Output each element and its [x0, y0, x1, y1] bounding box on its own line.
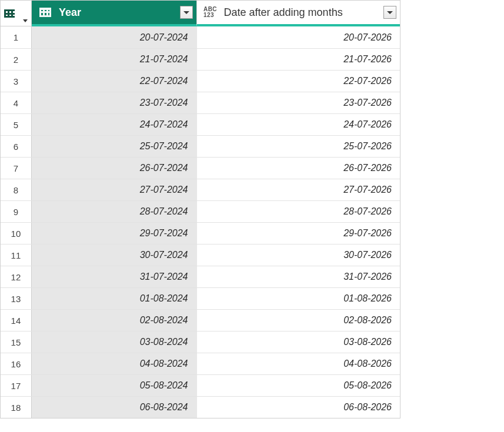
row-number[interactable]: 14 — [1, 310, 32, 331]
row-number[interactable]: 8 — [1, 179, 32, 200]
cell-year[interactable]: 20-07-2024 — [32, 26, 197, 48]
cell-date-after-adding-months[interactable]: 26-07-2026 — [197, 158, 400, 179]
cell-date-after-adding-months[interactable]: 31-07-2026 — [197, 266, 400, 287]
column-filter-button[interactable] — [383, 6, 396, 19]
row-number[interactable]: 9 — [1, 201, 32, 222]
cell-date-after-adding-months[interactable]: 29-07-2026 — [197, 223, 400, 244]
table-icon — [4, 9, 15, 18]
table-row[interactable]: 524-07-202424-07-2026 — [1, 113, 400, 135]
cell-year[interactable]: 21-07-2024 — [32, 49, 197, 70]
cell-year[interactable]: 27-07-2024 — [32, 179, 197, 200]
cell-date-after-adding-months[interactable]: 25-07-2026 — [197, 136, 400, 157]
cell-date-after-adding-months[interactable]: 02-08-2026 — [197, 310, 400, 331]
cell-year[interactable]: 04-08-2024 — [32, 353, 197, 374]
cell-date-after-adding-months[interactable]: 04-08-2026 — [197, 353, 400, 374]
table-row[interactable]: 221-07-202421-07-2026 — [1, 48, 400, 70]
table-row[interactable]: 625-07-202425-07-2026 — [1, 135, 400, 157]
row-number[interactable]: 2 — [1, 49, 32, 70]
cell-date-after-adding-months[interactable]: 03-08-2026 — [197, 331, 400, 353]
cell-year[interactable]: 02-08-2024 — [32, 310, 197, 331]
table-row[interactable]: 423-07-202423-07-2026 — [1, 92, 400, 113]
cell-year[interactable]: 23-07-2024 — [32, 92, 197, 113]
chevron-down-icon — [387, 11, 393, 14]
cell-date-after-adding-months[interactable]: 30-07-2026 — [197, 245, 400, 266]
row-number[interactable]: 6 — [1, 136, 32, 157]
table-row[interactable]: 1806-08-202406-08-2026 — [1, 396, 400, 418]
table-row[interactable]: 1231-07-202431-07-2026 — [1, 266, 400, 287]
column-filter-button[interactable] — [180, 6, 193, 19]
chevron-down-icon — [183, 11, 189, 14]
cell-date-after-adding-months[interactable]: 01-08-2026 — [197, 288, 400, 309]
row-number[interactable]: 13 — [1, 288, 32, 309]
date-type-icon[interactable] — [36, 5, 54, 20]
column-header-date-after-adding-months[interactable]: ABC 123 Date after adding months — [197, 1, 400, 26]
row-number[interactable]: 10 — [1, 223, 32, 244]
cell-year[interactable]: 28-07-2024 — [32, 201, 197, 222]
table-row[interactable]: 120-07-202420-07-2026 — [1, 26, 400, 48]
table-row[interactable]: 1604-08-202404-08-2026 — [1, 353, 400, 374]
table-row[interactable]: 1130-07-202430-07-2026 — [1, 244, 400, 266]
table-body: 120-07-202420-07-2026221-07-202421-07-20… — [1, 26, 400, 418]
cell-date-after-adding-months[interactable]: 22-07-2026 — [197, 71, 400, 92]
table-row[interactable]: 827-07-202427-07-2026 — [1, 179, 400, 200]
data-table: Year ABC 123 Date after adding months 12… — [0, 0, 400, 418]
table-row[interactable]: 1503-08-202403-08-2026 — [1, 331, 400, 353]
row-number[interactable]: 5 — [1, 114, 32, 135]
cell-year[interactable]: 05-08-2024 — [32, 375, 197, 396]
row-number[interactable]: 3 — [1, 71, 32, 92]
row-number[interactable]: 15 — [1, 331, 32, 353]
cell-date-after-adding-months[interactable]: 06-08-2026 — [197, 397, 400, 418]
cell-year[interactable]: 24-07-2024 — [32, 114, 197, 135]
row-number[interactable]: 4 — [1, 92, 32, 113]
cell-year[interactable]: 22-07-2024 — [32, 71, 197, 92]
table-row[interactable]: 322-07-202422-07-2026 — [1, 70, 400, 92]
cell-date-after-adding-months[interactable]: 05-08-2026 — [197, 375, 400, 396]
row-number[interactable]: 11 — [1, 245, 32, 266]
table-row[interactable]: 1029-07-202429-07-2026 — [1, 222, 400, 244]
cell-year[interactable]: 01-08-2024 — [32, 288, 197, 309]
cell-date-after-adding-months[interactable]: 27-07-2026 — [197, 179, 400, 200]
cell-date-after-adding-months[interactable]: 21-07-2026 — [197, 49, 400, 70]
header-row: Year ABC 123 Date after adding months — [1, 1, 400, 26]
table-row[interactable]: 726-07-202426-07-2026 — [1, 157, 400, 179]
column-header-year[interactable]: Year — [32, 1, 197, 26]
cell-date-after-adding-months[interactable]: 24-07-2026 — [197, 114, 400, 135]
table-row[interactable]: 1402-08-202402-08-2026 — [1, 309, 400, 331]
cell-year[interactable]: 03-08-2024 — [32, 331, 197, 353]
cell-date-after-adding-months[interactable]: 28-07-2026 — [197, 201, 400, 222]
cell-date-after-adding-months[interactable]: 23-07-2026 — [197, 92, 400, 113]
row-number[interactable]: 7 — [1, 158, 32, 179]
row-number[interactable]: 17 — [1, 375, 32, 396]
row-number-header[interactable] — [1, 1, 32, 26]
column-label: Date after adding months — [224, 6, 379, 19]
row-number[interactable]: 1 — [1, 26, 32, 48]
column-label: Year — [59, 6, 175, 19]
row-number[interactable]: 18 — [1, 397, 32, 418]
cell-year[interactable]: 25-07-2024 — [32, 136, 197, 157]
table-row[interactable]: 928-07-202428-07-2026 — [1, 200, 400, 222]
cell-year[interactable]: 06-08-2024 — [32, 397, 197, 418]
cell-year[interactable]: 30-07-2024 — [32, 245, 197, 266]
cell-year[interactable]: 29-07-2024 — [32, 223, 197, 244]
row-number[interactable]: 16 — [1, 353, 32, 374]
cell-date-after-adding-months[interactable]: 20-07-2026 — [197, 26, 400, 48]
cell-year[interactable]: 31-07-2024 — [32, 266, 197, 287]
table-row[interactable]: 1705-08-202405-08-2026 — [1, 374, 400, 396]
row-number[interactable]: 12 — [1, 266, 32, 287]
any-type-icon[interactable]: ABC 123 — [202, 5, 219, 20]
type-text-123: 123 — [203, 12, 217, 18]
cell-year[interactable]: 26-07-2024 — [32, 158, 197, 179]
table-row[interactable]: 1301-08-202401-08-2026 — [1, 287, 400, 309]
chevron-down-icon — [23, 19, 28, 22]
